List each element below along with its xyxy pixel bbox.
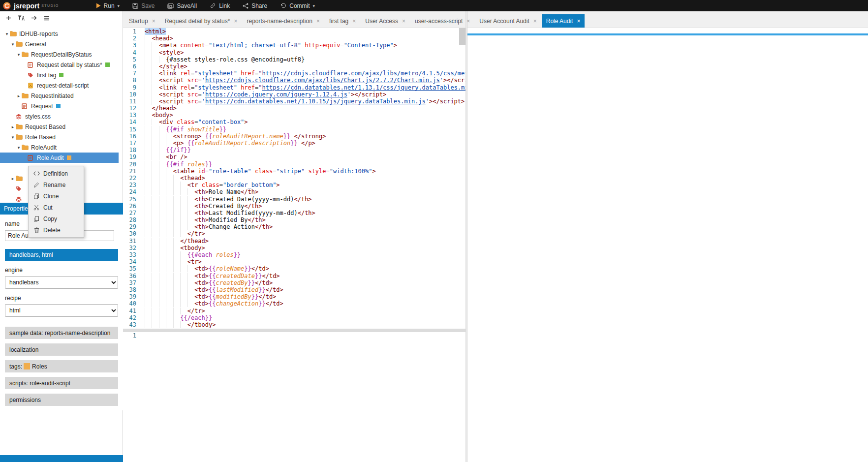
tag-color-chip bbox=[56, 104, 61, 108]
code-line: 35 <td>{{roleName}}</td> bbox=[123, 265, 465, 272]
code-line: 1 bbox=[123, 332, 465, 339]
code-line: 31 </thead> bbox=[123, 238, 465, 245]
tree-item-requestdetailbystatus[interactable]: ▾RequestDetailByStatus bbox=[0, 49, 119, 60]
tab-startup[interactable]: Startup× bbox=[124, 14, 160, 28]
chevron-collapsed-icon[interactable]: ▸ bbox=[10, 176, 16, 181]
tab-reports-name-description[interactable]: reports-name-description× bbox=[242, 14, 324, 28]
save-label: Save bbox=[141, 2, 155, 9]
menu-item-definition[interactable]: Definition bbox=[29, 168, 84, 179]
section-scripts-role-audit-script[interactable]: scripts: role-audit-script bbox=[5, 377, 118, 389]
engine-select[interactable]: handlebars bbox=[5, 276, 118, 289]
tag-color-chip bbox=[24, 363, 30, 370]
close-icon[interactable]: × bbox=[352, 18, 356, 25]
tab-user-account-audit[interactable]: User Account Audit× bbox=[475, 14, 541, 28]
line-number: 35 bbox=[123, 265, 145, 272]
menu-item-cut[interactable]: Cut bbox=[29, 202, 84, 213]
tab-user-access[interactable]: User Access× bbox=[361, 14, 410, 28]
close-icon[interactable]: × bbox=[577, 18, 580, 25]
code-content: {{#if roles}} bbox=[145, 161, 212, 168]
tree-item-request[interactable]: Request bbox=[0, 101, 119, 111]
save-button[interactable]: Save bbox=[126, 0, 161, 11]
clone-icon bbox=[33, 193, 40, 199]
close-icon[interactable]: × bbox=[533, 18, 537, 25]
chevron-expanded-icon[interactable]: ▾ bbox=[10, 135, 16, 140]
tree-item-general[interactable]: ▾General bbox=[0, 39, 119, 49]
chevron-expanded-icon[interactable]: ▾ bbox=[4, 31, 10, 36]
run-button[interactable]: Run▾ bbox=[90, 0, 126, 11]
template-icon bbox=[28, 62, 35, 68]
close-icon[interactable]: × bbox=[402, 18, 405, 25]
chevron-collapsed-icon[interactable]: ▸ bbox=[16, 93, 22, 98]
code-line: 41 </tr> bbox=[123, 308, 465, 314]
menu-item-rename[interactable]: Rename bbox=[29, 179, 84, 190]
tree-item-request-detail-by-status[interactable]: Request detail by status* bbox=[0, 60, 119, 70]
folder-icon bbox=[16, 134, 24, 140]
line-number: 23 bbox=[123, 182, 145, 188]
section-tags-roles[interactable]: tags:Roles bbox=[5, 360, 118, 372]
section-label: scripts: role-audit-script bbox=[9, 380, 70, 387]
properties-header-label: Properties bbox=[4, 205, 31, 212]
helpers-split-handle[interactable] bbox=[123, 329, 465, 332]
menu-item-clone[interactable]: Clone bbox=[29, 190, 84, 202]
tree-item-requestinitiated[interactable]: ▸RequestInitiated bbox=[0, 91, 119, 101]
chevron-expanded-icon[interactable]: ▾ bbox=[16, 52, 22, 57]
link-label: Link bbox=[219, 2, 230, 9]
tree-item-role-audit[interactable]: Role Audit bbox=[0, 153, 119, 163]
code-line: 1<html> bbox=[123, 28, 465, 35]
topbar: jsreport studio Run▾SaveSaveAllLinkShare… bbox=[0, 0, 868, 11]
link-button[interactable]: Link bbox=[203, 0, 236, 11]
tree-item-roleaudit[interactable]: ▾RoleAudit bbox=[0, 142, 119, 153]
chevron-expanded-icon[interactable]: ▾ bbox=[16, 145, 22, 150]
section-permissions[interactable]: permissions bbox=[5, 394, 118, 406]
line-number: 30 bbox=[123, 230, 145, 237]
save-all-button[interactable]: SaveAll bbox=[161, 0, 203, 11]
brand-subtitle: studio bbox=[41, 4, 59, 7]
locate-entity-button[interactable] bbox=[31, 15, 37, 21]
tree-item-request-based[interactable]: ▸Request Based bbox=[0, 122, 119, 132]
tree-item-styles-css[interactable]: styles.css bbox=[0, 111, 119, 122]
close-icon[interactable]: × bbox=[152, 18, 155, 25]
tree-item-request-detail-script[interactable]: request-detail-script bbox=[0, 80, 119, 91]
close-icon[interactable]: × bbox=[316, 18, 320, 25]
code-content: <div class="content-box"> bbox=[145, 119, 248, 125]
tree-item-first-tag[interactable]: first tag bbox=[0, 70, 119, 80]
jsreport-logo[interactable]: jsreport studio bbox=[0, 2, 64, 10]
line-number: 6 bbox=[123, 63, 145, 70]
chevron-collapsed-icon[interactable]: ▸ bbox=[10, 124, 16, 129]
code-line: 42 {{/each}} bbox=[123, 314, 465, 321]
entity-menu-button[interactable] bbox=[44, 16, 50, 21]
section-sample-data-reports-name-description[interactable]: sample data: reports-name-description bbox=[5, 327, 118, 339]
tree-item-label: IDHUB-reports bbox=[19, 31, 58, 37]
helpers-editor[interactable]: 1 bbox=[123, 332, 465, 462]
code-line: 14 <div class="content-box"> bbox=[123, 119, 465, 125]
tab-role-audit[interactable]: Role Audit× bbox=[542, 14, 585, 28]
add-entity-button[interactable] bbox=[6, 15, 11, 21]
filter-by-tags-button[interactable] bbox=[18, 15, 25, 21]
share-button[interactable]: Share bbox=[236, 0, 274, 11]
tree-item-idhub-reports[interactable]: ▾IDHUB-reports bbox=[0, 29, 119, 39]
code-content: <meta content="text/html; charset=utf-8"… bbox=[145, 42, 397, 49]
template-type-bar[interactable]: handlebars, html bbox=[5, 249, 118, 261]
menu-item-delete[interactable]: Delete bbox=[29, 224, 84, 236]
tab-request-detail-by-status[interactable]: Request detail by status*× bbox=[160, 14, 242, 28]
section-localization[interactable]: localization bbox=[5, 343, 118, 356]
tree-item-role-based[interactable]: ▾Role Based bbox=[0, 132, 119, 142]
copy-icon bbox=[33, 216, 40, 222]
code-line: 11 <script src='https://cdn.datatables.n… bbox=[123, 98, 465, 105]
tab-first-tag[interactable]: first tag× bbox=[325, 14, 360, 28]
editor-scrollbar-thumb[interactable] bbox=[459, 28, 465, 45]
recipe-select[interactable]: html bbox=[5, 304, 118, 317]
chevron-expanded-icon[interactable]: ▾ bbox=[10, 42, 16, 47]
preview-loading-bar bbox=[467, 33, 868, 35]
close-icon[interactable]: × bbox=[234, 18, 237, 25]
code-line: 15 {{#if showTitle}} bbox=[123, 126, 465, 133]
menu-item-copy[interactable]: Copy bbox=[29, 213, 84, 224]
tab-user-access-script[interactable]: user-access-script× bbox=[410, 14, 474, 28]
section-label: localization bbox=[9, 346, 38, 353]
code-line: 43 </tbody> bbox=[123, 321, 465, 328]
floppy-icon bbox=[132, 3, 138, 9]
template-editor[interactable]: 1<html>2 <head>3 <meta content="text/htm… bbox=[123, 28, 465, 329]
line-number: 38 bbox=[123, 286, 145, 293]
commit-button[interactable]: Commit▾ bbox=[274, 0, 321, 11]
code-icon bbox=[33, 171, 40, 176]
